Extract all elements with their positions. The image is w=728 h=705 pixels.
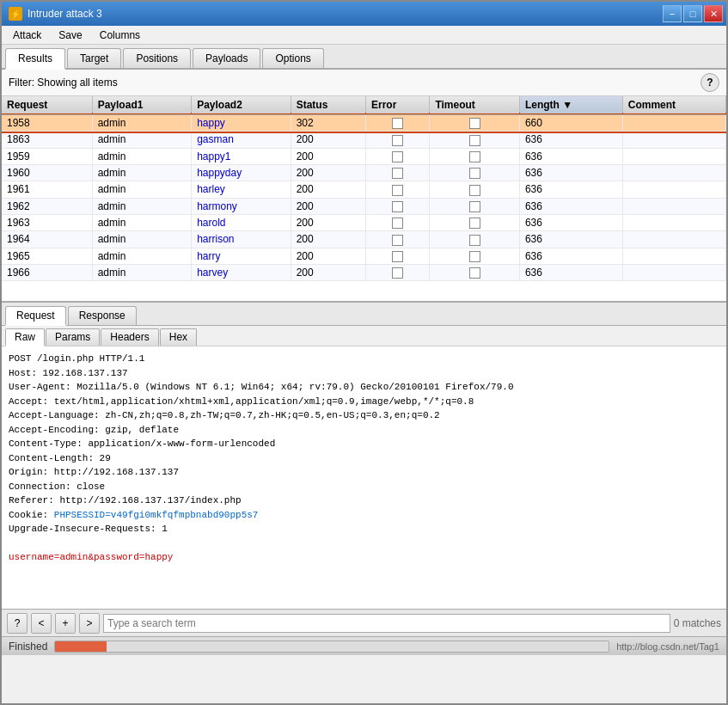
cell-payload1: admin (92, 198, 191, 214)
req-line2: Host: 192.168.137.137 (9, 368, 128, 378)
cell-length: 636 (519, 248, 622, 264)
cell-comment (622, 248, 725, 264)
cell-payload2: happy1 (192, 148, 291, 164)
col-payload2[interactable]: Payload2 (192, 96, 291, 114)
timeout-checkbox[interactable] (469, 218, 480, 229)
cell-error (365, 114, 429, 132)
tab-raw[interactable]: Raw (5, 328, 45, 346)
table-row[interactable]: 1958 admin happy 302 660 (2, 114, 726, 132)
tab-payloads[interactable]: Payloads (193, 48, 260, 68)
timeout-checkbox[interactable] (469, 135, 480, 146)
cell-error (365, 264, 429, 280)
search-prev-button[interactable]: < (31, 613, 52, 634)
table-row[interactable]: 1963 admin harold 200 636 (2, 214, 726, 230)
req-line8: Content-Length: 29 (9, 453, 111, 463)
tab-options[interactable]: Options (262, 48, 323, 68)
error-checkbox[interactable] (392, 151, 403, 162)
search-bar: ? < + > 0 matches (2, 609, 726, 636)
cell-timeout (430, 231, 520, 248)
filter-value: Showing all items (37, 77, 117, 89)
error-checkbox[interactable] (392, 251, 403, 262)
col-payload1[interactable]: Payload1 (92, 96, 191, 114)
tab-headers[interactable]: Headers (101, 328, 158, 346)
results-table-container[interactable]: Request Payload1 Payload2 Status Error T… (2, 96, 726, 303)
table-row[interactable]: 1863 admin gasman 200 636 (2, 132, 726, 148)
cell-length: 636 (519, 214, 622, 230)
timeout-checkbox[interactable] (469, 151, 480, 162)
cell-comment (622, 114, 725, 132)
table-row[interactable]: 1962 admin harmony 200 636 (2, 198, 726, 214)
error-checkbox[interactable] (392, 201, 403, 212)
cell-status: 302 (291, 114, 365, 132)
menu-save[interactable]: Save (51, 27, 89, 44)
maximize-button[interactable]: □ (683, 5, 702, 22)
error-checkbox[interactable] (392, 135, 403, 146)
search-matches: 0 matches (674, 617, 721, 629)
tab-params[interactable]: Params (46, 328, 100, 346)
table-row[interactable]: 1961 admin harley 200 636 (2, 181, 726, 198)
timeout-checkbox[interactable] (469, 185, 480, 196)
tab-response[interactable]: Response (68, 306, 137, 325)
error-checkbox[interactable] (392, 267, 403, 279)
req-line6: Accept-Encoding: gzip, deflate (9, 425, 179, 435)
col-request[interactable]: Request (2, 96, 92, 114)
cell-comment (622, 231, 725, 248)
timeout-checkbox[interactable] (469, 267, 480, 279)
table-row[interactable]: 1965 admin harry 200 636 (2, 248, 726, 264)
cell-status: 200 (291, 231, 365, 248)
timeout-checkbox[interactable] (469, 118, 480, 129)
tab-hex[interactable]: Hex (160, 328, 197, 346)
title-bar-left: ⚡ Intruder attack 3 (9, 7, 102, 21)
col-status[interactable]: Status (291, 96, 365, 114)
req-line12-prefix: Cookie: (9, 510, 54, 520)
timeout-checkbox[interactable] (469, 201, 480, 212)
help-button[interactable]: ? (700, 73, 719, 92)
col-length[interactable]: Length ▼ (519, 96, 622, 114)
error-checkbox[interactable] (392, 118, 403, 129)
cell-payload1: admin (92, 248, 191, 264)
cell-payload1: admin (92, 164, 191, 181)
table-row[interactable]: 1966 admin harvey 200 636 (2, 264, 726, 280)
search-next-button[interactable]: + (55, 613, 76, 634)
col-timeout[interactable]: Timeout (430, 96, 520, 114)
table-row[interactable]: 1960 admin happyday 200 636 (2, 164, 726, 181)
search-input[interactable] (103, 614, 670, 633)
error-checkbox[interactable] (392, 185, 403, 196)
menu-attack[interactable]: Attack (5, 27, 49, 44)
minimize-button[interactable]: − (663, 5, 682, 22)
cell-payload2: harvey (192, 264, 291, 280)
tab-request[interactable]: Request (5, 306, 66, 326)
main-window: ⚡ Intruder attack 3 − □ ✕ Attack Save Co… (0, 0, 728, 705)
table-header-row: Request Payload1 Payload2 Status Error T… (2, 96, 726, 114)
filter-bar: Filter: Showing all items ? (2, 70, 726, 96)
col-error[interactable]: Error (365, 96, 429, 114)
col-comment[interactable]: Comment (622, 96, 725, 114)
timeout-checkbox[interactable] (469, 235, 480, 246)
req-body: username=admin&password=happy (9, 552, 173, 562)
table-row[interactable]: 1959 admin happy1 200 636 (2, 148, 726, 164)
close-button[interactable]: ✕ (704, 5, 723, 22)
cell-timeout (430, 181, 520, 198)
search-forward-button[interactable]: > (79, 613, 100, 634)
error-checkbox[interactable] (392, 168, 403, 179)
cell-payload1: admin (92, 148, 191, 164)
cell-request: 1959 (2, 148, 92, 164)
title-bar: ⚡ Intruder attack 3 − □ ✕ (2, 2, 726, 26)
timeout-checkbox[interactable] (469, 251, 480, 262)
cell-length: 636 (519, 148, 622, 164)
menu-columns[interactable]: Columns (92, 27, 148, 44)
tab-positions[interactable]: Positions (123, 48, 191, 68)
filter-label: Filter: Showing all items (9, 77, 118, 89)
table-row[interactable]: 1964 admin harrison 200 636 (2, 231, 726, 248)
error-checkbox[interactable] (392, 235, 403, 246)
cell-timeout (430, 264, 520, 280)
tab-target[interactable]: Target (67, 48, 121, 68)
cell-timeout (430, 114, 520, 132)
tab-results[interactable]: Results (5, 48, 65, 70)
status-url: http://blog.csdn.net/Tag1 (616, 641, 719, 652)
timeout-checkbox[interactable] (469, 168, 480, 179)
req-line11: Referer: http://192.168.137.137/index.ph… (9, 495, 242, 506)
cell-error (365, 231, 429, 248)
error-checkbox[interactable] (392, 218, 403, 229)
search-help-button[interactable]: ? (7, 613, 28, 634)
